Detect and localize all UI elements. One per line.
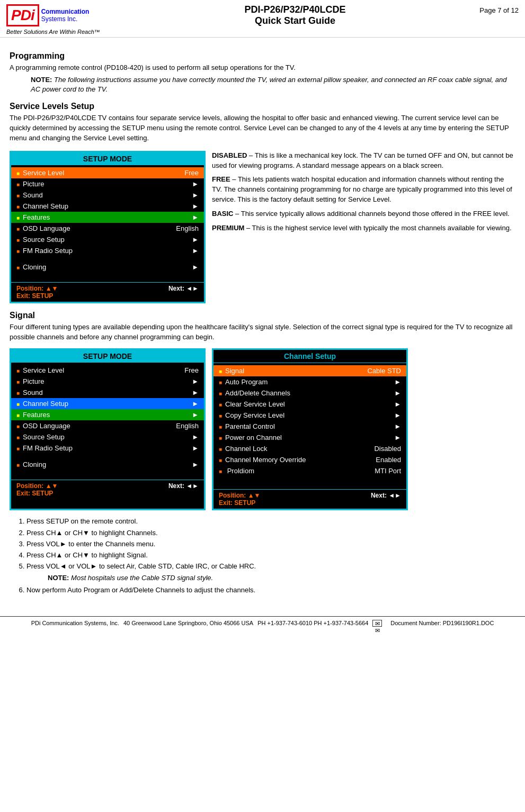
row-value: Free — [184, 366, 199, 374]
free-title: FREE — [212, 175, 230, 183]
row-arrow: ► — [394, 411, 401, 419]
menu-row-osd: ■OSD Language English — [11, 223, 204, 234]
row-arrow: ► — [394, 434, 401, 441]
step-1: Press SETUP on the remote control. — [26, 517, 515, 526]
footer-exit: Exit: SETUP — [16, 292, 58, 300]
step5-note-label: NOTE: — [48, 574, 69, 582]
row-label-osd: OSD Language — [23, 224, 70, 232]
signal-menu-row-clone: ■Cloning ► — [11, 459, 204, 470]
row-label: Auto Program — [225, 378, 268, 386]
row-arrow: ► — [394, 422, 401, 430]
bullet-icon: ■ — [16, 401, 20, 407]
signal-menu-row-feat: ■Features ► — [11, 409, 204, 420]
bullet-icon: ■ — [219, 468, 222, 474]
row-label: Parental Control — [225, 422, 275, 430]
row-label: Copy Service Level — [225, 411, 284, 419]
setup-mode-screen-1: SETUP MODE ■Service Level Free ■Picture … — [10, 151, 206, 303]
footer-exit-2: Exit: SETUP — [16, 490, 58, 497]
row-arrow: ► — [192, 433, 199, 441]
ch-menu-row-auto: ■Auto Program ► — [213, 376, 406, 387]
row-arrow-src: ► — [192, 236, 199, 243]
bullet-icon: ■ — [16, 226, 20, 232]
row-label: Picture — [23, 377, 44, 385]
bullet-icon: ■ — [16, 379, 20, 385]
bullet-icon: ■ — [219, 368, 222, 374]
row-arrow: ► — [394, 378, 401, 386]
row-label: Signal — [225, 367, 244, 375]
footer-pos-exit-2: Position: ▲▼ Exit: SETUP — [16, 482, 58, 497]
row-label: Proldiom — [225, 467, 254, 475]
bullet-icon: ■ — [219, 457, 222, 463]
footer-next-r: Next: ◄► — [371, 492, 401, 507]
signal-menu-row-osd: ■OSD Language English — [11, 420, 204, 431]
footer-exit-r: Exit: SETUP — [219, 499, 260, 507]
signal-heading: Signal — [10, 311, 515, 320]
programming-note: NOTE: The following instructions assume … — [31, 75, 515, 94]
row-value-osd: English — [176, 224, 199, 232]
programming-body: A programming remote control (PD108-420)… — [10, 63, 515, 73]
bullet-icon: ■ — [219, 446, 222, 452]
menu-row-cloning: ■Cloning ► — [11, 261, 204, 273]
row-label-src: Source Setup — [23, 236, 65, 243]
ch-menu-row-signal: ■Signal Cable STD — [213, 365, 406, 376]
row-arrow: ► — [192, 389, 199, 396]
bullet-icon: ■ — [16, 423, 20, 429]
tagline: Better Solutions Are Within Reach™ — [6, 29, 100, 35]
menu-row-fm: ■FM Radio Setup ► — [11, 245, 204, 256]
ch-menu-row-lock: ■Channel Lock Disabled — [213, 443, 406, 454]
logo-box: PDi Communication Systems Inc. — [6, 4, 100, 26]
step-3: Press VOL► to enter the Channels menu. — [26, 539, 515, 549]
bullet-icon: ■ — [16, 170, 20, 176]
row-label: OSD Language — [23, 422, 70, 430]
signal-menu-row-src: ■Source Setup ► — [11, 431, 204, 443]
channel-setup-menu: ■Signal Cable STD ■Auto Program ► ■Add/D… — [213, 363, 406, 489]
bullet-icon: ■ — [16, 462, 20, 468]
row-label: Add/Delete Channels — [225, 389, 290, 397]
row-arrow: ► — [192, 411, 199, 419]
bullet-icon: ■ — [16, 446, 20, 452]
row-label: FM Radio Setup — [23, 444, 73, 452]
bullet-icon: ■ — [16, 248, 20, 254]
note-label: NOTE: — [31, 76, 52, 84]
row-label-clone: Cloning — [23, 263, 46, 271]
row-arrow-pic: ► — [192, 180, 199, 188]
service-level-descriptions: DISABLED – This is like a mechanical key… — [212, 151, 515, 303]
footer-phone: PH +1-937-743-6010 PH +1-937-743-5664 — [257, 620, 368, 626]
page-header: PDi Communication Systems Inc. Better So… — [0, 0, 525, 38]
premium-desc: PREMIUM – This is the highest service le… — [212, 223, 515, 233]
row-value: Disabled — [374, 445, 401, 453]
bullet-icon: ■ — [16, 204, 20, 210]
row-label: Service Level — [23, 366, 64, 374]
menu-row-sound: ■Sound ► — [11, 190, 204, 201]
row-label: Sound — [23, 389, 43, 396]
row-label: Cloning — [23, 461, 46, 468]
footer-pos-2: Position: ▲▼ — [16, 482, 58, 490]
service-levels-heading: Service Levels Setup — [10, 102, 515, 111]
signal-menu-row-snd: ■Sound ► — [11, 387, 204, 398]
signal-menu-row-pic: ■Picture ► — [11, 376, 204, 387]
premium-text: – This is the highest service level with… — [246, 224, 512, 232]
row-value: English — [176, 422, 199, 430]
setup-mode-title-2: SETUP MODE — [11, 350, 204, 363]
bullet-icon: ■ — [16, 390, 20, 396]
row-arrow-feat: ► — [192, 213, 199, 221]
row-arrow-snd: ► — [192, 191, 199, 199]
row-label-fm: FM Radio Setup — [23, 247, 73, 255]
bullet-icon: ■ — [16, 193, 20, 199]
setup-mode-title-1: SETUP MODE — [11, 152, 204, 165]
step-6: Now perform Auto Program or Add/Delete C… — [26, 585, 515, 595]
footer-pos-r: Position: ▲▼ — [219, 492, 260, 499]
footer-next-2: Next: ◄► — [168, 482, 199, 497]
row-label: Channel Setup — [23, 400, 68, 408]
page-content: Programming A programming remote control… — [0, 38, 525, 606]
step5-text: Press VOL◄ or VOL► to select Air, Cable … — [26, 562, 256, 570]
premium-title: PREMIUM — [212, 224, 244, 232]
row-label-pic: Picture — [23, 180, 44, 188]
signal-menu-row-ch: ■Channel Setup ► — [11, 398, 204, 409]
ch-menu-row-power: ■Power on Channel ► — [213, 432, 406, 443]
logo-sys: Systems Inc. — [41, 15, 90, 23]
logo-pdi: PDi — [6, 4, 39, 26]
channel-setup-title: Channel Setup — [213, 350, 406, 363]
ch-menu-row-add: ■Add/Delete Channels ► — [213, 387, 406, 399]
step-4: Press CH▲ or CH▼ to highlight Signal. — [26, 551, 515, 560]
